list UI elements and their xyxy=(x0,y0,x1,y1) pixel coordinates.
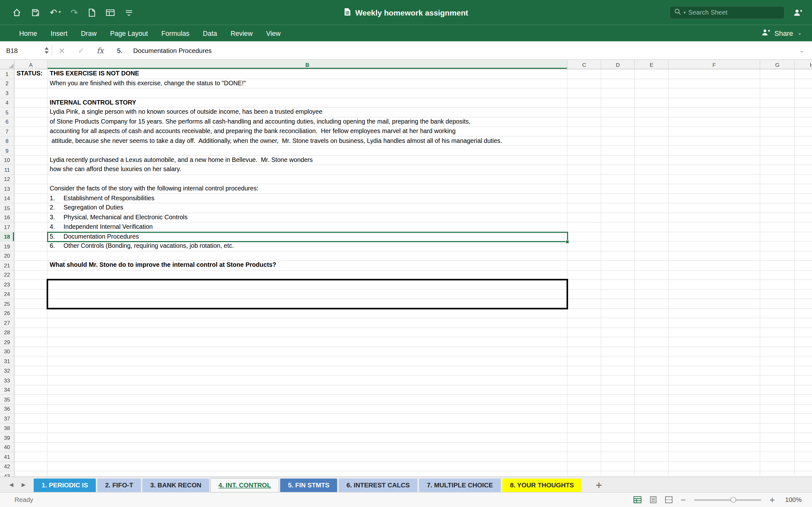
row-header-36[interactable]: 36 xyxy=(0,404,14,414)
cell-A14[interactable] xyxy=(14,193,48,203)
search-input[interactable] xyxy=(688,9,780,16)
cell-F36[interactable] xyxy=(669,404,760,414)
sheet-tab-3[interactable]: 3. BANK RECON xyxy=(142,478,209,492)
cell-A21[interactable] xyxy=(14,261,48,270)
cell-H38[interactable] xyxy=(795,424,812,433)
column-header-G[interactable]: G xyxy=(760,60,795,69)
cell-E19[interactable] xyxy=(635,241,669,251)
undo-dropdown-icon[interactable]: ▾ xyxy=(59,10,61,14)
cell-B1[interactable]: THIS EXERCISE IS NOT DONE xyxy=(48,69,567,79)
cell-E35[interactable] xyxy=(635,395,669,404)
cell-E31[interactable] xyxy=(635,356,669,366)
cell-E2[interactable] xyxy=(635,79,669,89)
row-header-5[interactable]: 5 xyxy=(0,108,14,117)
insert-function-icon[interactable]: fx xyxy=(91,46,110,55)
cell-A3[interactable] xyxy=(14,89,48,98)
cell-F30[interactable] xyxy=(669,347,760,356)
cell-D31[interactable] xyxy=(601,356,635,366)
cell-F24[interactable] xyxy=(669,289,760,299)
cell-A40[interactable] xyxy=(14,443,48,452)
cell-A41[interactable] xyxy=(14,452,48,462)
ribbon-tab-formulas[interactable]: Formulas xyxy=(154,25,196,41)
cell-G17[interactable] xyxy=(760,222,795,232)
cell-F1[interactable] xyxy=(669,69,760,79)
cell-H14[interactable] xyxy=(795,193,812,203)
cell-A33[interactable] xyxy=(14,376,48,385)
cell-A38[interactable] xyxy=(14,424,48,433)
cell-B5[interactable]: Lydia Pink, a single person with no know… xyxy=(48,108,567,117)
cell-A25[interactable] xyxy=(14,299,48,308)
cell-G18[interactable] xyxy=(760,232,795,241)
cell-G29[interactable] xyxy=(760,337,795,347)
row-header-17[interactable]: 17 xyxy=(0,222,14,232)
row-header-31[interactable]: 31 xyxy=(0,356,14,366)
cell-C43[interactable] xyxy=(567,471,601,476)
cancel-entry-icon[interactable]: × xyxy=(52,46,71,55)
column-header-C[interactable]: C xyxy=(567,60,601,69)
cell-A34[interactable] xyxy=(14,385,48,395)
cell-F19[interactable] xyxy=(669,241,760,251)
cell-E42[interactable] xyxy=(635,462,669,471)
cell-G35[interactable] xyxy=(760,395,795,404)
cell-H32[interactable] xyxy=(795,366,812,376)
row-header-29[interactable]: 29 xyxy=(0,337,14,347)
cell-F7[interactable] xyxy=(669,127,760,136)
row-header-34[interactable]: 34 xyxy=(0,385,14,395)
cell-D32[interactable] xyxy=(601,366,635,376)
ribbon-tab-home[interactable]: Home xyxy=(12,25,44,41)
cell-E4[interactable] xyxy=(635,98,669,107)
cell-F40[interactable] xyxy=(669,443,760,452)
row-header-18[interactable]: 18 xyxy=(0,232,14,241)
row-header-16[interactable]: 16 xyxy=(0,213,14,222)
new-document-icon[interactable] xyxy=(88,8,96,17)
cell-D40[interactable] xyxy=(601,443,635,452)
cell-G11[interactable] xyxy=(760,165,795,175)
cell-F6[interactable] xyxy=(669,117,760,127)
zoom-slider-knob[interactable] xyxy=(730,497,736,503)
cell-H15[interactable] xyxy=(795,204,812,213)
cell-F20[interactable] xyxy=(669,251,760,261)
cell-G16[interactable] xyxy=(760,213,795,222)
row-header-2[interactable]: 2 xyxy=(0,79,14,89)
cell-C17[interactable] xyxy=(567,222,601,232)
save-icon[interactable] xyxy=(31,8,40,17)
home-icon[interactable] xyxy=(12,8,21,17)
sheet-tab-8[interactable]: 8. YOUR THOUGHTS xyxy=(502,478,582,492)
cell-H37[interactable] xyxy=(795,414,812,424)
row-header-37[interactable]: 37 xyxy=(0,414,14,424)
cell-H4[interactable] xyxy=(795,98,812,107)
spreadsheet-view-icon[interactable] xyxy=(105,9,114,16)
cell-A30[interactable] xyxy=(14,347,48,356)
row-header-28[interactable]: 28 xyxy=(0,328,14,337)
cell-H18[interactable] xyxy=(795,232,812,241)
search-box[interactable]: ▾ xyxy=(670,6,784,19)
cell-E41[interactable] xyxy=(635,452,669,462)
cell-G3[interactable] xyxy=(760,89,795,98)
cell-C3[interactable] xyxy=(567,89,601,98)
cell-D13[interactable] xyxy=(601,184,635,193)
cell-C31[interactable] xyxy=(567,356,601,366)
cell-C30[interactable] xyxy=(567,347,601,356)
cell-C16[interactable] xyxy=(567,213,601,222)
column-header-B[interactable]: B xyxy=(48,60,567,69)
cell-E43[interactable] xyxy=(635,471,669,476)
cell-E34[interactable] xyxy=(635,385,669,395)
redo-icon[interactable]: ↷ xyxy=(70,8,78,17)
cell-G12[interactable] xyxy=(760,175,795,184)
cell-E26[interactable] xyxy=(635,308,669,318)
cell-D39[interactable] xyxy=(601,433,635,443)
cell-H35[interactable] xyxy=(795,395,812,404)
cell-D9[interactable] xyxy=(601,146,635,155)
cell-A18[interactable] xyxy=(14,232,48,241)
row-header-1[interactable]: 1 xyxy=(0,69,14,79)
cell-B35[interactable] xyxy=(48,395,567,404)
cell-E38[interactable] xyxy=(635,424,669,433)
row-header-7[interactable]: 7 xyxy=(0,127,14,136)
cell-F22[interactable] xyxy=(669,270,760,280)
cell-G32[interactable] xyxy=(760,366,795,376)
cell-D23[interactable] xyxy=(601,280,635,289)
cell-E23[interactable] xyxy=(635,280,669,289)
cell-C7[interactable] xyxy=(567,127,601,136)
cell-E11[interactable] xyxy=(635,165,669,175)
cell-B33[interactable] xyxy=(48,376,567,385)
